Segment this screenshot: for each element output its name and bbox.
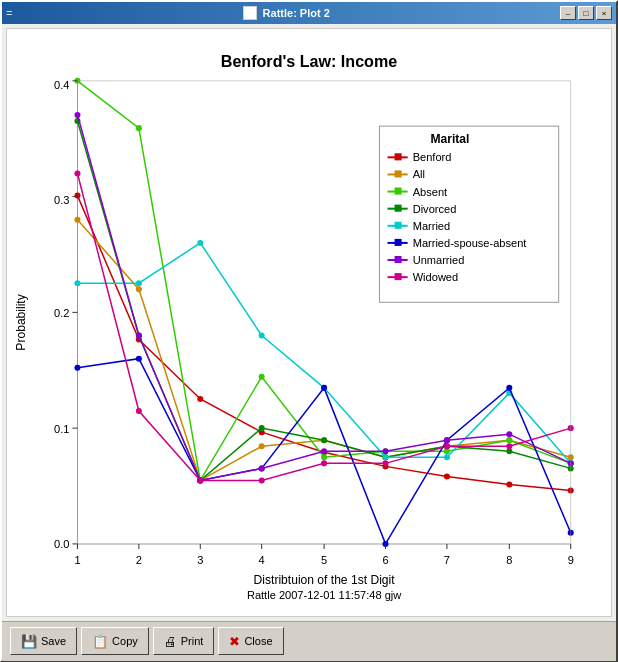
widowed-pt6 <box>382 460 388 466</box>
legend-all-label: All <box>413 168 425 180</box>
copy-icon: 📋 <box>92 634 108 649</box>
legend-absent-icon <box>395 188 402 195</box>
plot-area: Benford's Law: Income Probability 0.0 0.… <box>6 28 612 617</box>
msa-pt5 <box>321 385 327 391</box>
x-tick-6: 6 <box>382 554 388 566</box>
unmarried-pt8 <box>506 431 512 437</box>
legend-married-icon <box>395 222 402 229</box>
divorced-pt4 <box>259 425 265 431</box>
legend-unmarried-icon <box>395 256 402 263</box>
toolbar: 💾 Save 📋 Copy 🖨 Print ✖ Close <box>2 621 616 661</box>
plot-subtitle: Rattle 2007-12-01 11:57:48 gjw <box>247 589 402 601</box>
legend-msa-icon <box>395 239 402 246</box>
y-tick-01: 0.1 <box>54 423 69 435</box>
x-tick-5: 5 <box>321 554 327 566</box>
copy-button[interactable]: 📋 Copy <box>81 627 149 655</box>
unmarried-pt5 <box>321 448 327 454</box>
y-tick-0: 0.0 <box>54 538 69 550</box>
unmarried-pt4 <box>259 465 265 471</box>
minimize-button[interactable]: – <box>560 6 576 20</box>
msa-pt2 <box>136 356 142 362</box>
x-tick-1: 1 <box>74 554 80 566</box>
legend-all-icon <box>395 170 402 177</box>
legend-msa-label: Married-spouse-absent <box>413 237 527 249</box>
absent-pt5 <box>321 454 327 460</box>
widowed-pt2 <box>136 408 142 414</box>
widowed-pt1 <box>74 170 80 176</box>
widowed-pt8 <box>506 443 512 449</box>
plot-title: Benford's Law: Income <box>221 52 397 70</box>
print-icon: 🖨 <box>164 634 177 649</box>
absent-pt8 <box>506 437 512 443</box>
titlebar: = Rattle: Plot 2 – □ × <box>2 2 616 24</box>
window-title: Rattle: Plot 2 <box>12 6 560 20</box>
all-pt2 <box>136 286 142 292</box>
x-tick-8: 8 <box>506 554 512 566</box>
benford-pt3 <box>197 396 203 402</box>
legend-unmarried-label: Unmarried <box>413 254 465 266</box>
y-tick-04: 0.4 <box>54 79 69 91</box>
print-button[interactable]: 🖨 Print <box>153 627 215 655</box>
unmarried-pt6 <box>382 448 388 454</box>
married-pt3 <box>197 240 203 246</box>
msa-pt8 <box>506 385 512 391</box>
y-tick-02: 0.2 <box>54 307 69 319</box>
widowed-pt4 <box>259 477 265 483</box>
y-axis-label: Probability <box>14 293 28 350</box>
married-pt4 <box>259 332 265 338</box>
divorced-pt5 <box>321 437 327 443</box>
married-pt1 <box>74 280 80 286</box>
legend-benford-label: Benford <box>413 151 452 163</box>
main-window: = Rattle: Plot 2 – □ × Benford's Law: In… <box>0 0 618 662</box>
x-tick-7: 7 <box>444 554 450 566</box>
legend-divorced-icon <box>395 205 402 212</box>
plot-svg: Benford's Law: Income Probability 0.0 0.… <box>7 29 611 616</box>
all-pt4 <box>259 443 265 449</box>
close-button-toolbar[interactable]: ✖ Close <box>218 627 283 655</box>
absent-pt4 <box>259 374 265 380</box>
close-button[interactable]: × <box>596 6 612 20</box>
legend-divorced-label: Divorced <box>413 203 457 215</box>
close-icon: ✖ <box>229 634 240 649</box>
benford-pt1 <box>74 193 80 199</box>
x-tick-2: 2 <box>136 554 142 566</box>
x-tick-3: 3 <box>197 554 203 566</box>
benford-pt7 <box>444 473 450 479</box>
window-icon <box>243 6 257 20</box>
y-tick-03: 0.3 <box>54 194 69 206</box>
save-button[interactable]: 💾 Save <box>10 627 77 655</box>
absent-pt2 <box>136 125 142 131</box>
legend-benford-icon <box>395 153 402 160</box>
x-axis-label: Distribtuion of the 1st Digit <box>254 573 396 587</box>
all-pt1 <box>74 217 80 223</box>
legend-absent-label: Absent <box>413 186 447 198</box>
widowed-pt7 <box>444 443 450 449</box>
legend-married-label: Married <box>413 220 450 232</box>
legend-widowed-label: Widowed <box>413 271 458 283</box>
content-area: Benford's Law: Income Probability 0.0 0.… <box>2 24 616 621</box>
msa-pt1 <box>74 365 80 371</box>
unmarried-pt7 <box>444 437 450 443</box>
widowed-pt3 <box>197 477 203 483</box>
unmarried-pt2 <box>136 332 142 338</box>
save-icon: 💾 <box>21 634 37 649</box>
married-pt7 <box>444 454 450 460</box>
married-pt2 <box>136 280 142 286</box>
legend-box <box>379 126 558 302</box>
x-tick-9: 9 <box>568 554 574 566</box>
benford-pt8 <box>506 481 512 487</box>
maximize-button[interactable]: □ <box>578 6 594 20</box>
x-tick-4: 4 <box>259 554 265 566</box>
legend-widowed-icon <box>395 273 402 280</box>
married-pt6 <box>382 454 388 460</box>
legend-title: Marital <box>430 132 469 146</box>
widowed-pt5 <box>321 460 327 466</box>
unmarried-pt1 <box>74 112 80 118</box>
titlebar-buttons: – □ × <box>560 6 612 20</box>
